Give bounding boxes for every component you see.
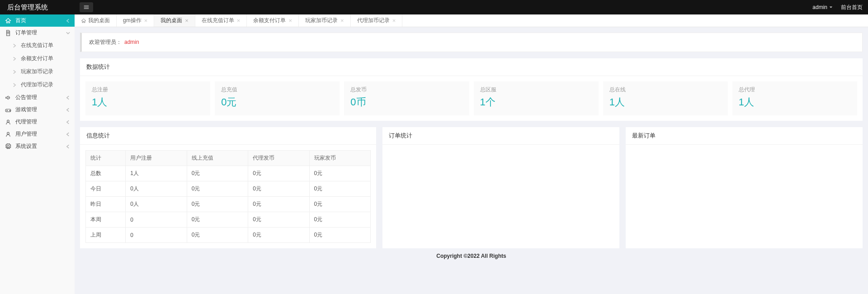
user-name: admin <box>812 4 827 10</box>
caret-down-icon <box>829 5 833 9</box>
top-bar: 后台管理系统 admin 前台首页 <box>0 0 868 14</box>
menu-icon <box>83 4 90 10</box>
user-dropdown[interactable]: admin <box>812 4 833 10</box>
brand-title: 后台管理系统 <box>5 3 48 12</box>
frontend-link[interactable]: 前台首页 <box>841 4 863 11</box>
menu-toggle-button[interactable] <box>80 2 93 12</box>
